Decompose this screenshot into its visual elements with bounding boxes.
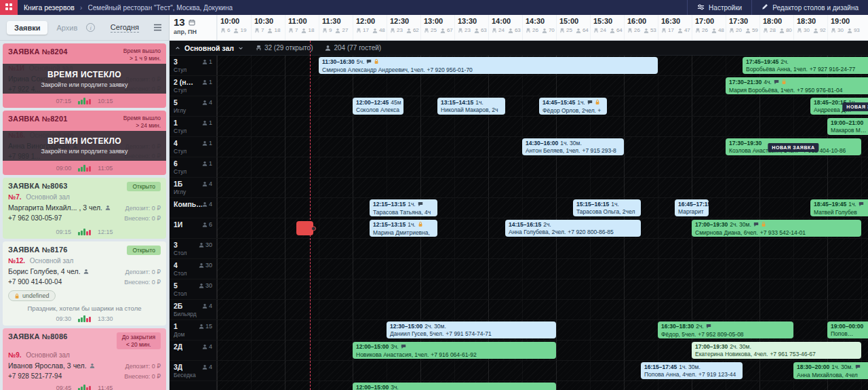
booking-block[interactable]: 16:15–17:451ч. 30м. Попова Анна, 4чел.+7… <box>641 362 743 379</box>
booking-block[interactable]: 12:15–13:151ч. Марина Дмитриевна, <box>370 220 437 237</box>
timeline-track[interactable]: 12:15–13:151ч. Тарасова Татьяна, 4ч 15:1… <box>217 198 868 218</box>
booking-block[interactable]: 19:00–00:00 Попов… <box>827 321 868 338</box>
booking-block[interactable]: 18:30–20:001ч. 30м. Анна Михайлова, 4чел <box>793 362 868 379</box>
timeline-track[interactable]: 12:00–12:4545м Соколов Алекса 13:15–14:1… <box>217 96 868 116</box>
card-table-row: №7. Основной зал <box>8 193 161 201</box>
time-label: 10:00 <box>220 17 251 25</box>
person-icon <box>202 222 208 227</box>
booking-duration: 1ч. <box>848 201 856 208</box>
timeline-track[interactable]: 17:30–21:304ч. Мария Воробьёва, 1чел.+7 … <box>217 76 868 96</box>
table-number: 5 <box>174 281 178 290</box>
timeline-track[interactable]: 12:15–13:151ч. Марина Дмитриевна, 14:15–… <box>217 218 868 238</box>
time-column: 14:30 26 70 <box>522 15 556 40</box>
seat-icon <box>390 28 395 33</box>
person-icon <box>610 28 615 33</box>
booking-block[interactable]: 12:00–15:003ч. Софья Ковалёва, 1чел <box>353 383 556 390</box>
booking-block[interactable]: 17:30–19:30 Козлова Анастасия, 1чел.+7 9… <box>726 138 861 155</box>
booking-block[interactable]: 11:30–16:305ч. Смирнов Александр Андреев… <box>319 57 658 74</box>
person-icon <box>576 28 581 33</box>
person-icon <box>199 324 204 329</box>
app-title[interactable]: Книга резервов <box>24 3 75 12</box>
booking-block[interactable]: 19:00–21:00 Макаров М… <box>827 118 868 135</box>
table-editor-button[interactable]: Редактор столов и дизайна <box>751 0 868 15</box>
reservation-card[interactable]: ЗАЯВКА №8086До закрытия< 20 мин. №9. Осн… <box>3 328 166 390</box>
expired-overlay[interactable]: ВРЕМЯ ИСТЕКЛО Закройте или продлите заяв… <box>3 64 166 94</box>
person-icon <box>745 28 751 33</box>
booking-block[interactable]: 12:30–15:002ч. 30м. Даниил Гусев, 5чел.+… <box>387 321 556 338</box>
booking-block[interactable]: 12:00–12:4545м Соколов Алекса <box>353 98 403 115</box>
booking-block[interactable]: 17:00–19:302ч. 30м. Смирнова Диана, 6чел… <box>692 220 861 237</box>
booking-block[interactable]: 12:15–13:151ч. Тарасова Татьяна, 4ч <box>370 199 437 216</box>
timeline-track[interactable]: 14:30–16:001ч. 30м. Антон Беляев, 1чел.+… <box>217 137 868 157</box>
timeline-track[interactable] <box>217 259 868 279</box>
time-label: 16:30 <box>661 17 692 25</box>
sidebar-tabs: Заявки Архив i Сегодня <box>0 15 169 41</box>
menu-icon[interactable] <box>153 24 162 31</box>
info-icon[interactable]: i <box>86 23 95 32</box>
tab-requests[interactable]: Заявки <box>7 21 47 35</box>
booking-phone: +7 933 542-14-01 <box>760 229 806 236</box>
blocked-slot[interactable] <box>296 221 313 235</box>
table-capacity: 1 <box>202 160 212 167</box>
booking-time: 12:30–15:00 <box>390 323 422 330</box>
timeline-track[interactable]: 12:30–15:002ч. 30м. Даниил Гусев, 5чел.+… <box>217 320 868 340</box>
date-picker[interactable]: 13 апр, ПН <box>170 15 217 40</box>
person-icon <box>202 79 208 85</box>
booking-block[interactable]: 16:45–17:15 Маргарит <box>675 199 709 216</box>
occupancy-sparkline <box>78 385 91 390</box>
time-columns: 10:00 6 19 10:30 7 18 11:00 7 18 11:30 9… <box>217 15 868 40</box>
expired-subtitle: Закройте или продлите заявку <box>41 148 128 155</box>
time-column: 14:00 24 63 <box>488 15 522 40</box>
booking-block[interactable]: 17:45–19:452ч. Воробьёва Анна, 1чел.+7 9… <box>743 57 868 74</box>
booking-block[interactable]: 14:45–15:451ч. Фёдор Орлов, 2чел. + <box>539 98 607 115</box>
time-column: 18:30 30 92 <box>793 15 827 40</box>
timeline-track[interactable] <box>217 279 868 299</box>
person-icon <box>813 28 818 33</box>
table-number: 1 <box>174 322 178 330</box>
booking-block[interactable]: 17:00–19:302ч. 30м. Екатерина Новикова, … <box>692 342 861 359</box>
timeline-track[interactable]: 16:15–17:451ч. 30м. Попова Анна, 4чел.+7… <box>217 361 868 381</box>
table-number: 3 <box>174 241 178 249</box>
timeline-track[interactable]: 12:00–15:003ч. Софья Ковалёва, 1чел <box>217 381 868 390</box>
table-row: 1Б4 Иглу <box>170 178 868 198</box>
date-sub: апр, ПН <box>174 28 212 35</box>
booking-block[interactable]: 12:00–15:003ч. Новикова Анастасия, 1чел.… <box>353 342 556 359</box>
timeline-track[interactable] <box>217 178 868 197</box>
table-row: 2 (н…1 Стул 17:30–21:304ч. Мария Воробьё… <box>170 76 868 96</box>
card-time-start: 09:15 <box>56 229 71 235</box>
reservation-card[interactable]: ЗАЯВКА №8204Время вышло> 1 ч 9 мин. №1И … <box>3 43 166 108</box>
booking-block[interactable]: 18:45–19:451ч. Матвей Голубев <box>810 199 868 216</box>
booking-block[interactable]: 15:15–16:151ч. Тарасова Ольга, 2чел <box>573 199 641 216</box>
timeline-track[interactable] <box>217 157 868 177</box>
timeline-track[interactable]: 12:00–15:003ч. Новикова Анастасия, 1чел.… <box>217 340 868 360</box>
timeline-track[interactable] <box>217 239 868 258</box>
booking-phone: +7 961 753-46-67 <box>770 351 815 357</box>
booking-time: 12:15–13:15 <box>373 221 406 228</box>
timeline-track[interactable]: 11:30–16:305ч. Смирнов Александр Андреев… <box>217 56 868 75</box>
booking-block[interactable]: 17:30–21:304ч. Мария Воробьёва, 1чел.+7 … <box>726 77 868 94</box>
app-logo[interactable] <box>0 0 18 15</box>
booking-block[interactable]: 16:30–18:302ч. Фёдор, 5чел.+7 952 809-05… <box>658 321 793 338</box>
tab-archive[interactable]: Архив <box>54 21 80 35</box>
booking-duration: 2ч. 30м. <box>425 323 446 330</box>
settings-button[interactable]: Настройки <box>687 0 751 15</box>
booking-guest: Смирнова Диана, 6чел.+7 933 542-14-01 <box>695 229 858 237</box>
caret-down-icon[interactable] <box>238 45 243 51</box>
drag-handle[interactable] <box>311 226 316 231</box>
reservation-card[interactable]: ЗАЯВКА №8063Открыто №7. Основной зал Мар… <box>3 178 166 239</box>
card-status-chip: Открыто <box>127 182 161 192</box>
booking-block[interactable]: 14:15–16:152ч. Анна Голубева, 2чел.+7 92… <box>505 220 641 237</box>
collapse-chevron-icon[interactable] <box>175 45 180 51</box>
timeline-track[interactable] <box>217 300 868 319</box>
reservation-card[interactable]: ЗАЯВКА №8176Открыто №12. Основной зал Бо… <box>3 241 166 326</box>
card-paid: Внесено: 0 ₽ <box>124 372 161 381</box>
booking-block[interactable]: 14:30–16:001ч. 30м. Антон Беляев, 1чел.+… <box>522 138 624 155</box>
table-row: 11 Стул 19:00–21:00 Макаров М… <box>170 117 868 137</box>
expired-overlay[interactable]: ВРЕМЯ ИСТЕКЛО Закройте или продлите заяв… <box>3 131 166 161</box>
reservation-card[interactable]: ЗАЯВКА №8201Время вышло> 24 мин. №16. Ос… <box>3 111 166 175</box>
today-link[interactable]: Сегодня <box>111 23 139 33</box>
booking-block[interactable]: 18:45–20:151ч. Андреева Д… НОВАЯ З… <box>810 98 868 115</box>
booking-block[interactable]: 13:15–14:151ч. Николай Макаров, 2ч <box>437 98 505 115</box>
card-deposit: Депозит: 0 ₽ <box>124 362 161 371</box>
timeline-track[interactable]: 19:00–21:00 Макаров М… <box>217 117 868 136</box>
